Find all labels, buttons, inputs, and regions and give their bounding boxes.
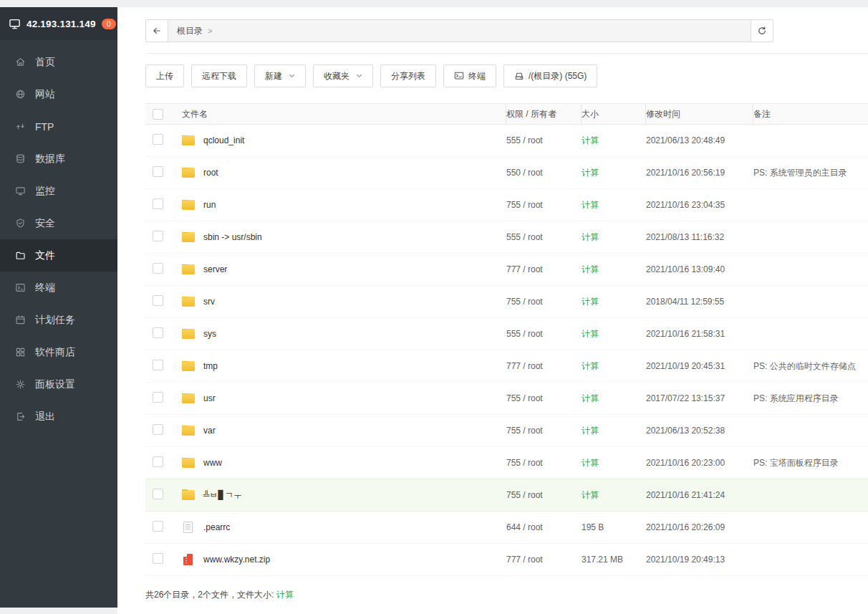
sidebar-item-terminal[interactable]: 终端 xyxy=(0,272,117,304)
terminal-button[interactable]: 终端 xyxy=(443,64,496,87)
file-name-link[interactable]: sbin -> usr/sbin xyxy=(203,232,262,242)
folder-icon xyxy=(182,361,195,371)
table-row[interactable]: .pearrc644 / root195 B2021/10/16 20:26:0… xyxy=(145,512,868,544)
table-row[interactable]: run755 / root计算2021/10/16 23:04:35 xyxy=(145,189,868,221)
size-calculate-link[interactable]: 计算 xyxy=(582,458,599,468)
breadcrumb-root[interactable]: 根目录 xyxy=(177,25,203,37)
row-checkbox[interactable] xyxy=(153,295,163,306)
sidebar-item-monitor[interactable]: 监控 xyxy=(0,175,117,207)
terminal-icon xyxy=(15,282,26,293)
file-name-link[interactable]: var xyxy=(203,426,216,436)
file-name-link[interactable]: server xyxy=(203,264,227,274)
table-row[interactable]: sbin -> usr/sbin555 / root计算2021/08/13 1… xyxy=(145,221,868,254)
sidebar-item-logout[interactable]: 退出 xyxy=(0,400,117,433)
gear-icon xyxy=(15,379,26,390)
monitor-icon xyxy=(15,186,26,196)
size-calculate-link[interactable]: 计算 xyxy=(582,329,599,339)
size-calculate-link[interactable]: 计算 xyxy=(582,393,599,403)
share-list-button[interactable]: 分享列表 xyxy=(380,64,436,87)
new-dropdown[interactable]: 新建 xyxy=(254,64,306,87)
file-name-cell: var xyxy=(180,426,506,436)
table-row[interactable]: qcloud_init555 / root计算2021/06/13 20:48:… xyxy=(145,125,868,157)
main-content: 根目录 > 上传 远程下载 新建 收藏夹 分享列表 终端 xyxy=(117,7,868,614)
size-calculate-link[interactable]: 计算 xyxy=(582,200,599,210)
file-name-link[interactable]: www xyxy=(203,458,222,468)
sidebar-item-home[interactable]: 首页 xyxy=(0,46,117,78)
row-checkbox[interactable] xyxy=(153,166,163,177)
table-row[interactable]: tmp777 / root计算2021/10/19 20:45:31PS: 公共… xyxy=(145,350,868,383)
header-size[interactable]: 大小 xyxy=(582,104,646,124)
file-name-link[interactable]: srv xyxy=(203,297,215,307)
file-size-cell: 195 B xyxy=(582,522,646,532)
file-name-link[interactable]: root xyxy=(203,168,218,178)
table-row[interactable]: www.wkzy.net.zip777 / root317.21 MB2021/… xyxy=(145,544,868,576)
table-row[interactable]: ╩ㅂ▊ㄱㅜ755 / root计算2021/10/16 21:41:24 xyxy=(145,479,868,512)
sidebar-item-files[interactable]: 文件 xyxy=(0,239,117,272)
sidebar-item-appstore[interactable]: 软件商店 xyxy=(0,336,117,368)
breadcrumb[interactable]: 根目录 > xyxy=(168,25,751,37)
table-row[interactable]: sys555 / root计算2021/10/16 21:58:31 xyxy=(145,318,868,350)
row-checkbox[interactable] xyxy=(153,489,163,499)
header-permission[interactable]: 权限 / 所有者 xyxy=(506,104,582,124)
table-row[interactable]: www755 / root计算2021/10/16 20:23:00PS: 宝塔… xyxy=(145,447,868,479)
size-calculate-link[interactable]: 计算 xyxy=(582,426,599,436)
upload-button[interactable]: 上传 xyxy=(145,64,184,87)
select-all-checkbox[interactable] xyxy=(153,109,163,120)
file-name-link[interactable]: sys xyxy=(203,329,216,339)
disk-root-button[interactable]: /(根目录) (55G) xyxy=(503,64,597,87)
permission-owner: 755 / root xyxy=(506,393,582,403)
file-name-link[interactable]: run xyxy=(203,200,216,210)
server-info[interactable]: 42.193.131.149 0 xyxy=(0,7,117,40)
path-bar: 根目录 > xyxy=(145,19,773,42)
file-size-cell: 计算 xyxy=(582,457,646,469)
header-mtime[interactable]: 修改时间 xyxy=(646,104,753,124)
size-calculate-link[interactable]: 计算 xyxy=(582,232,599,242)
sidebar-item-cron[interactable]: 计划任务 xyxy=(0,304,117,336)
sidebar-item-ftp[interactable]: FTP xyxy=(0,110,117,143)
sidebar-item-site[interactable]: 网站 xyxy=(0,78,117,110)
row-checkbox[interactable] xyxy=(153,456,163,467)
row-checkbox[interactable] xyxy=(153,198,163,209)
file-name-link[interactable]: www.wkzy.net.zip xyxy=(203,555,270,565)
sidebar-item-security[interactable]: 安全 xyxy=(0,207,117,239)
file-name-link[interactable]: .pearrc xyxy=(203,522,230,532)
table-row[interactable]: var755 / root计算2021/06/13 20:52:38 xyxy=(145,415,868,447)
header-note[interactable]: 备注 xyxy=(753,104,868,124)
row-checkbox[interactable] xyxy=(153,231,163,241)
message-count-badge[interactable]: 0 xyxy=(102,19,116,29)
row-checkbox[interactable] xyxy=(153,392,163,403)
sidebar-item-settings[interactable]: 面板设置 xyxy=(0,368,117,400)
table-row[interactable]: usr755 / root计算2017/07/22 13:15:37PS: 系统… xyxy=(145,383,868,415)
refresh-button[interactable] xyxy=(751,20,773,42)
row-checkbox[interactable] xyxy=(153,263,163,274)
back-button[interactable] xyxy=(146,20,168,42)
size-calculate-link[interactable]: 计算 xyxy=(582,264,599,274)
remote-download-button[interactable]: 远程下载 xyxy=(191,64,247,87)
size-calculate-link[interactable]: 计算 xyxy=(582,297,599,307)
summary-calculate-link[interactable]: 计算 xyxy=(276,590,294,600)
size-calculate-link[interactable]: 计算 xyxy=(582,135,599,145)
file-name-link[interactable]: usr xyxy=(203,393,216,403)
size-calculate-link[interactable]: 计算 xyxy=(582,168,599,178)
row-checkbox[interactable] xyxy=(153,424,163,435)
row-checkbox[interactable] xyxy=(153,553,163,564)
file-name-link[interactable]: tmp xyxy=(203,361,218,371)
size-calculate-link[interactable]: 计算 xyxy=(582,490,599,500)
file-name-link[interactable]: qcloud_init xyxy=(203,135,244,145)
favorites-dropdown[interactable]: 收藏夹 xyxy=(313,64,373,87)
header-filename[interactable]: 文件名 xyxy=(180,104,506,124)
file-size-cell: 计算 xyxy=(582,489,646,502)
file-name-cell: sbin -> usr/sbin xyxy=(180,232,506,242)
disk-icon xyxy=(514,71,524,81)
row-checkbox[interactable] xyxy=(153,134,163,145)
table-row[interactable]: root550 / root计算2021/10/16 20:56:19PS: 系… xyxy=(145,157,868,189)
file-name-link[interactable]: ╩ㅂ▊ㄱㅜ xyxy=(203,489,242,502)
chevron-down-icon xyxy=(356,74,362,78)
table-row[interactable]: server777 / root计算2021/10/16 13:09:40 xyxy=(145,254,868,286)
table-row[interactable]: srv755 / root计算2018/04/11 12:59:55 xyxy=(145,286,868,318)
row-checkbox[interactable] xyxy=(153,521,163,532)
row-checkbox[interactable] xyxy=(153,327,163,338)
sidebar-item-database[interactable]: 数据库 xyxy=(0,143,117,175)
size-calculate-link[interactable]: 计算 xyxy=(582,361,599,371)
row-checkbox[interactable] xyxy=(153,360,163,370)
